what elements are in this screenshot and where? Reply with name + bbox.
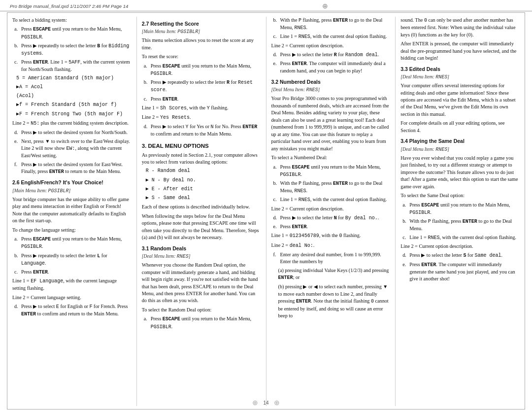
page-header: Pro Bridge manual_final.qxd 1/11/2007 2:… <box>0 0 532 11</box>
list-item: e. Next, press ▼ to switch over to the E… <box>14 138 132 160</box>
list-item: a. Press ESCAPE until you return to the … <box>273 164 391 178</box>
sub-item-b: (b) pressing ▶ or ◀ to select each numbe… <box>278 283 391 319</box>
header-left: Pro Bridge manual_final.qxd 1/11/2007 2:… <box>10 3 128 9</box>
reset-list: a. Press ESCAPE until you return to the … <box>144 63 261 103</box>
system-item: ▶A = Acol <box>16 84 132 91</box>
list-item: e. Press ENTER. The computer will immedi… <box>402 261 520 283</box>
reset-intro: To reset the score: <box>142 53 261 60</box>
col4-cont: sound. The 0 can only be used after anot… <box>400 17 520 38</box>
section-31-label: [Deal Menu Item: RNES] <box>142 253 261 260</box>
systems-list: 5 = American Standard (5th major) ▶A = A… <box>16 75 132 118</box>
list-item: c. Line 1 = RNES, with the current deal … <box>273 33 391 40</box>
random-cont-list: b. With the P flashing, press ENTER to g… <box>273 17 391 41</box>
list-item: f. Enter any desired deal number, from 1… <box>273 251 391 266</box>
header-center: ⊕ <box>322 2 328 10</box>
random-select-intro: To select the Random Deal option: <box>142 307 261 313</box>
section3-p2: Each of these options is described indiv… <box>142 204 261 210</box>
sub-items: (a) pressing individual Value Keys (1/2/… <box>278 267 391 320</box>
list-item: d. Press ▶ to select the letter S for Sa… <box>402 252 520 259</box>
numbered-select: To select a Numbered Deal: <box>271 154 391 161</box>
line2-score: Line 2 = Yes Resets. <box>142 114 261 121</box>
section-32-title: 3.2 Numbered Deals <box>271 78 391 86</box>
column-3: b. With the P flashing, press ENTER to g… <box>267 17 395 406</box>
lang-list: a. Press ESCAPE until you return to the … <box>14 236 132 276</box>
section-26-p1: Your bridge computer has the unique abil… <box>12 196 132 225</box>
lang-list2: d. Press ▶ to select E for English or F … <box>14 303 132 318</box>
divider-1 <box>136 17 137 406</box>
section3-title: 3. DEAL MENU OPTIONS <box>142 142 261 150</box>
deal-option: ▶ E - After edit <box>146 186 261 193</box>
deal-option: ▶ N - By deal no. <box>146 177 261 184</box>
col1-intro: To select a bidding system: <box>12 17 132 24</box>
page-wrapper: Pro Bridge manual_final.qxd 1/11/2007 2:… <box>0 0 532 411</box>
line1-lang: Line 1 = EF Language, with the current l… <box>12 277 132 292</box>
list-item: a. Press ESCAPE until you return to the … <box>14 26 132 40</box>
reset-list2: d. Press ▶ to select Y for Yes or N for … <box>144 123 261 138</box>
section-26-title: 2.6 English/French? It's Your Choice! <box>12 179 132 186</box>
list-item: d. Press ▶ to select the letter R for Ra… <box>273 51 391 59</box>
list-item: a. Press ESCAPE until you return to the … <box>144 63 261 77</box>
section-27-p1: This menu selection allows you to reset … <box>142 37 261 51</box>
list-item: b. Press ▶ repeatedly to select the lett… <box>144 79 261 94</box>
list-item: e. Press ENTER. <box>273 223 391 231</box>
section-32-label: [Deal Menu Item: RNES] <box>271 87 391 94</box>
section-34-title: 3.4 Playing the Same Deal <box>400 137 520 145</box>
list-item: d. Press ▶ to select the letter N for By… <box>273 214 391 222</box>
section-32-p1: Your Pro Bridge 3000 comes to you prepro… <box>271 95 391 152</box>
deal-option: R - Random deal <box>146 168 261 174</box>
list-item: d. Press ▶ to select E for English or F … <box>14 303 132 318</box>
list-item: b. With the P flashing, press ENTER to g… <box>273 17 391 32</box>
line2-desc: Line 2 = N5: plus the current bidding sy… <box>12 120 132 127</box>
section-33-title: 3.3 Edited Deals <box>400 66 520 73</box>
when-following: When following the steps below for the D… <box>142 213 261 241</box>
section-31-title: 3.1 Random Deals <box>142 245 261 252</box>
random-list: a. Press ESCAPE until you return to the … <box>144 315 261 330</box>
section-27-title: 2.7 Resetting the Score <box>142 20 261 28</box>
page-border: To select a bidding system: a. Press ESC… <box>7 12 525 410</box>
section-33-p1: Your computer offers several interesting… <box>400 82 520 118</box>
line2-num: Line 2 = deal No:. <box>271 242 391 249</box>
columns-wrapper: To select a bidding system: a. Press ESC… <box>12 17 520 406</box>
random-cont2-list: d. Press ▶ to select the letter R for Ra… <box>273 51 391 75</box>
list-item: b. Press ▶ repeatedly to select the lett… <box>14 42 132 57</box>
numbered-list: a. Press ESCAPE until you return to the … <box>273 164 391 204</box>
deal-options-list: R - Random deal ▶ N - By deal no. ▶ E - … <box>146 168 261 202</box>
system-item: ▶F = French Strong Two (5th major F) <box>16 111 132 118</box>
line1-score: Line 1 = Sh Scores, with the Y flashing. <box>142 104 261 112</box>
divider-2 <box>266 17 266 406</box>
bottom-center: ⊕ 14 ⊕ <box>252 399 279 407</box>
list-item: c. Press ENTER. <box>14 269 132 276</box>
column-1: To select a bidding system: a. Press ESC… <box>12 17 135 406</box>
col1-list-a: a. Press ESCAPE until you return to the … <box>14 26 132 73</box>
numbered-list3: f. Enter any desired deal number, from 1… <box>273 251 391 266</box>
section-33-p2: For complete details on all your editing… <box>400 120 520 134</box>
section-33-label: [Deal Menu Item: RNES] <box>400 74 520 81</box>
list-item: c. Line 1 = RNES, with the current deal … <box>273 196 391 204</box>
list-item: f. Press ▶ to select the desired system … <box>14 161 132 176</box>
same-list: a. Press ESCAPE until you return to the … <box>402 202 520 241</box>
section-34-p1: Have you ever wished that you could repl… <box>400 155 520 190</box>
divider-3 <box>395 17 396 406</box>
sub-item-a: (a) pressing individual Value Keys (1/2/… <box>278 267 391 282</box>
page-num-bottom: 14 <box>263 400 268 406</box>
column-2: 2.7 Resetting the Score [Main Menu Item:… <box>138 17 265 406</box>
list-item: b. With the P flashing, press ENTER to g… <box>402 218 520 233</box>
section-31-p1: Whenever you choose the Random Deal opti… <box>142 262 261 305</box>
same-deal-select: To select the Same Deal option: <box>400 192 520 199</box>
line2-lang: Line 2 = Current language setting. <box>12 294 132 301</box>
deal-option: ▶ S - Same deal <box>146 195 261 202</box>
system-item: (Acol) <box>16 93 132 100</box>
crosshair-bottom-right: ⊕ <box>274 399 280 407</box>
line1-num: Line 1 = 0123456789, with the 0 flashing… <box>271 232 391 240</box>
line2-same: Line 2 = Current option description. <box>400 243 520 250</box>
list-item: a. Press ESCAPE until you return to the … <box>14 236 132 250</box>
list-item: a. Press ESCAPE until you return to the … <box>144 315 261 330</box>
system-item: ▶f = French Standard (5th major f) <box>16 102 132 108</box>
crosshair-bottom-left: ⊕ <box>252 399 258 407</box>
list-item: e. Press ENTER. The computer will immedi… <box>273 60 391 75</box>
section-34-label: [Deal Menu Item: RNES] <box>400 146 520 153</box>
list-item: b. Press ▶ repeatedly to select the lett… <box>14 252 132 267</box>
line2-current2: Line 2 = Current option description. <box>271 206 391 212</box>
after-enter: After ENTER is pressed, the computer wil… <box>400 40 520 62</box>
list-item: d. Press ▶ to select Y for Yes or N for … <box>144 123 261 138</box>
